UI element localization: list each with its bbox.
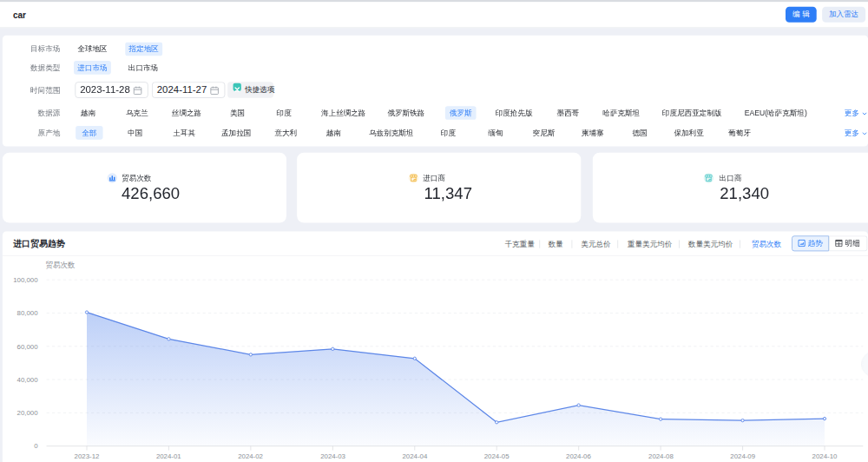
svg-text:2024-09: 2024-09 bbox=[730, 452, 755, 460]
svg-text:100,000: 100,000 bbox=[13, 276, 38, 284]
svg-text:2024-01: 2024-01 bbox=[156, 452, 181, 460]
svg-text:2024-08: 2024-08 bbox=[648, 452, 674, 460]
svg-text:2024-02: 2024-02 bbox=[238, 452, 263, 460]
svg-text:2024-05: 2024-05 bbox=[484, 452, 510, 460]
svg-text:2023-12: 2023-12 bbox=[75, 452, 100, 460]
svg-text:贸易次数: 贸易次数 bbox=[45, 261, 76, 269]
svg-text:20,000: 20,000 bbox=[17, 409, 39, 417]
svg-text:60,000: 60,000 bbox=[17, 343, 39, 351]
svg-text:2024-03: 2024-03 bbox=[320, 452, 345, 460]
svg-text:2024-10: 2024-10 bbox=[812, 452, 838, 460]
svg-text:2024-04: 2024-04 bbox=[402, 452, 427, 460]
svg-text:40,000: 40,000 bbox=[17, 376, 39, 384]
svg-text:80,000: 80,000 bbox=[17, 309, 39, 317]
svg-text:2024-06: 2024-06 bbox=[566, 452, 591, 460]
svg-text:0: 0 bbox=[34, 442, 38, 450]
